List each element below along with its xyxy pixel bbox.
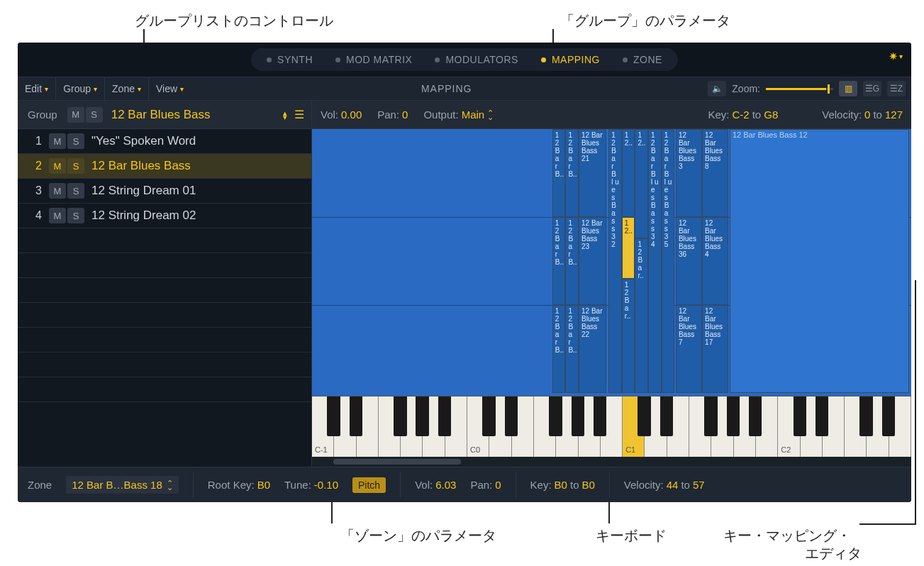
zone-block[interactable]: 1 2 B a r B l u e s B a s s 3 2 — [608, 129, 622, 393]
group-row[interactable]: 3 MS 12 String Dream 01 — [18, 179, 311, 204]
zone-velocity-range[interactable]: Velocity:44to57 — [624, 479, 705, 491]
zone-block[interactable]: 1 2 B a r B l u e s B a s s 3 4 — [648, 129, 662, 393]
black-key[interactable] — [660, 396, 674, 436]
menu-group[interactable]: Group▾ — [56, 77, 105, 100]
group-output-select[interactable]: Output:Main⌃⌄ — [423, 109, 494, 121]
black-key[interactable] — [727, 396, 740, 436]
zone-block[interactable]: 1 2 B a r.. — [622, 279, 635, 394]
menu-edit[interactable]: Edit▾ — [18, 77, 56, 100]
label: Velocity: — [624, 479, 664, 491]
zone-block[interactable]: 1 2.. — [635, 129, 648, 238]
group-row-solo-button[interactable]: S — [67, 183, 84, 199]
group-row-mute-button[interactable]: M — [49, 208, 66, 223]
group-row[interactable]: 1 MS "Yes" Spoken Word — [18, 129, 311, 154]
zone-block[interactable]: 12 Bar Blues Bass 22 — [579, 305, 606, 393]
black-key[interactable] — [704, 396, 718, 436]
view-mode-keymap[interactable]: ▥ — [839, 81, 857, 96]
zone-block-selected[interactable]: 1 2.. — [622, 217, 635, 278]
group-row-mute-button[interactable]: M — [49, 183, 66, 199]
zone-block[interactable]: 12 Bar Blues Bass 8 — [702, 129, 728, 217]
group-velocity-range[interactable]: Velocity:0to127 — [822, 109, 903, 121]
zone-block[interactable]: 1 2.. — [622, 129, 635, 217]
group-row-mute-button[interactable]: M — [49, 158, 66, 174]
tab-zone[interactable]: ZONE — [611, 54, 674, 65]
group-row-mute-button[interactable]: M — [49, 133, 66, 149]
zone-block[interactable]: 12 Bar Blues Bass 21 — [579, 129, 606, 217]
zoom-label: Zoom: — [732, 83, 760, 94]
group-row-solo-button[interactable]: S — [67, 208, 84, 223]
zones-grid[interactable]: 12 Bar Blues Bass 12 1 2 B a r B.. 1 2 B… — [312, 129, 911, 396]
mapping-horizontal-scrollbar[interactable] — [312, 457, 911, 467]
zoom-slider[interactable] — [766, 88, 833, 90]
audition-button[interactable]: 🔈 — [708, 81, 726, 96]
group-selector-name[interactable]: 12 Bar Blues Bass — [107, 108, 279, 122]
zone-block[interactable]: 12 Bar Blues Bass 7 — [676, 305, 702, 393]
zone-block[interactable]: 12 Bar Blues Bass 17 — [702, 305, 728, 393]
zoom-slider-handle[interactable] — [828, 84, 830, 94]
zone-vol-field[interactable]: Vol:6.03 — [415, 479, 456, 491]
black-key[interactable] — [882, 396, 896, 436]
zone-block[interactable]: 12 Bar Blues Bass 12 — [730, 129, 910, 393]
tab-synth[interactable]: SYNTH — [255, 54, 324, 65]
settings-gear-button[interactable]: ✷▾ — [889, 50, 903, 63]
black-key[interactable] — [350, 396, 363, 436]
view-mode-group-list[interactable]: ☰G — [863, 81, 881, 96]
black-key[interactable] — [482, 396, 496, 436]
zone-block[interactable]: 1 2 B a r B l u e s B a s s 3 5 — [662, 129, 675, 393]
tab-modulators[interactable]: MODULATORS — [423, 54, 530, 65]
zone-block[interactable]: 12 Bar Blues Bass 36 — [676, 217, 702, 305]
tab-mapping[interactable]: MAPPING — [530, 54, 611, 65]
zone-block[interactable]: 12 Bar Blues Bass 3 — [676, 129, 702, 217]
group-row-solo-button[interactable]: S — [67, 158, 84, 174]
scrollbar-thumb[interactable] — [333, 459, 461, 465]
tab-mod-matrix[interactable]: MOD MATRIX — [324, 54, 423, 65]
pitch-toggle-button[interactable]: Pitch — [352, 477, 386, 493]
black-key[interactable] — [749, 396, 762, 436]
black-key[interactable] — [505, 396, 518, 436]
group-header-solo-button[interactable]: S — [86, 107, 103, 123]
black-key[interactable] — [327, 396, 340, 436]
callout-zone-params: 「ゾーン」のパラメータ — [340, 526, 496, 545]
zone-tune-field[interactable]: Tune:-0.10 — [284, 479, 338, 491]
group-row-solo-button[interactable]: S — [67, 133, 84, 149]
keyboard[interactable]: C-1C0C1C2 — [312, 396, 911, 457]
black-key[interactable] — [816, 396, 829, 436]
zone-block[interactable]: 1 2 B a r B.. — [565, 129, 579, 217]
black-key[interactable] — [859, 396, 873, 436]
black-key[interactable] — [572, 396, 585, 436]
zone-block[interactable]: 1 2 B a r B.. — [552, 129, 566, 217]
key-mapping-editor[interactable]: 12 Bar Blues Bass 12 1 2 B a r B.. 1 2 B… — [312, 129, 911, 467]
black-key[interactable] — [794, 396, 807, 436]
black-key[interactable] — [394, 396, 407, 436]
zone-block[interactable]: 1 2 B a r.. — [635, 238, 648, 393]
group-key-range[interactable]: Key:C-2toG8 — [708, 109, 779, 121]
black-key[interactable] — [638, 396, 651, 436]
group-list-toggle-button[interactable]: ☰ — [291, 108, 307, 121]
zone-key-range[interactable]: Key:B0toB0 — [530, 479, 595, 491]
zone-block[interactable]: 12 Bar Blues Bass 23 — [579, 217, 606, 305]
group-prev-next-stepper[interactable]: ▴▾ — [283, 111, 287, 119]
menu-zone[interactable]: Zone▾ — [105, 77, 149, 100]
callout-group-controls: グループリストのコントロール — [135, 11, 333, 30]
zone-block[interactable]: 1 2 B a r B.. — [565, 217, 579, 305]
value-hi: 127 — [885, 109, 903, 121]
zone-root-key-field[interactable]: Root Key:B0 — [208, 479, 270, 491]
zone-pan-field[interactable]: Pan:0 — [470, 479, 501, 491]
group-header-mute-button[interactable]: M — [67, 107, 84, 123]
black-key[interactable] — [549, 396, 562, 436]
group-row[interactable]: 4 MS 12 String Dream 02 — [18, 204, 311, 228]
black-key[interactable] — [416, 396, 429, 436]
black-key[interactable] — [438, 396, 452, 436]
zone-selector[interactable]: 12 Bar B…Bass 18⌃⌄ — [66, 476, 179, 494]
zone-block[interactable]: 12 Bar Blues Bass 4 — [702, 217, 728, 305]
group-vol-field[interactable]: Vol:0.00 — [321, 109, 362, 121]
group-pan-field[interactable]: Pan:0 — [377, 109, 408, 121]
zone-block[interactable]: 1 2 B a r B.. — [552, 217, 566, 305]
group-row[interactable]: 2 MS 12 Bar Blues Bass — [18, 154, 311, 179]
zone-block[interactable]: 1 2 B a r B.. — [565, 305, 579, 393]
menu-view[interactable]: View▾ — [149, 77, 191, 100]
zone-block[interactable]: 1 2 B a r B.. — [552, 305, 566, 393]
value-hi: G8 — [764, 109, 778, 121]
view-mode-zone-list[interactable]: ☰Z — [887, 81, 906, 96]
black-key[interactable] — [594, 396, 607, 436]
